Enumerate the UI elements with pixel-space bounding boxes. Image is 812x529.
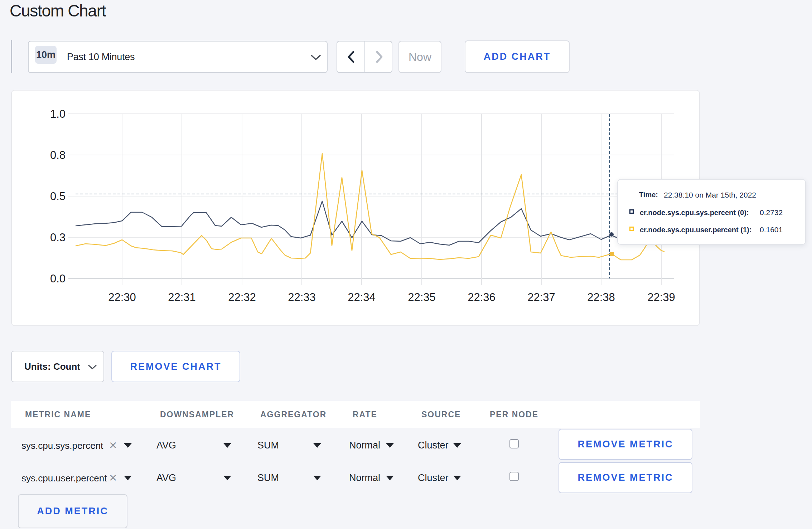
svg-text:0.0: 0.0 [50, 272, 66, 285]
svg-text:0.8: 0.8 [50, 149, 66, 161]
svg-text:22:34: 22:34 [348, 291, 376, 304]
svg-text:22:39: 22:39 [647, 291, 675, 304]
svg-text:22:36: 22:36 [468, 291, 496, 304]
svg-text:22:33: 22:33 [288, 291, 316, 304]
svg-text:0.3: 0.3 [50, 231, 66, 244]
svg-text:0.5: 0.5 [50, 190, 66, 203]
svg-text:22:37: 22:37 [527, 291, 555, 304]
svg-text:22:38: 22:38 [587, 291, 615, 304]
svg-text:22:30: 22:30 [108, 291, 136, 304]
svg-text:22:35: 22:35 [408, 291, 436, 304]
svg-text:22:32: 22:32 [228, 291, 256, 304]
svg-text:22:31: 22:31 [168, 291, 196, 304]
svg-text:1.0: 1.0 [50, 108, 66, 120]
